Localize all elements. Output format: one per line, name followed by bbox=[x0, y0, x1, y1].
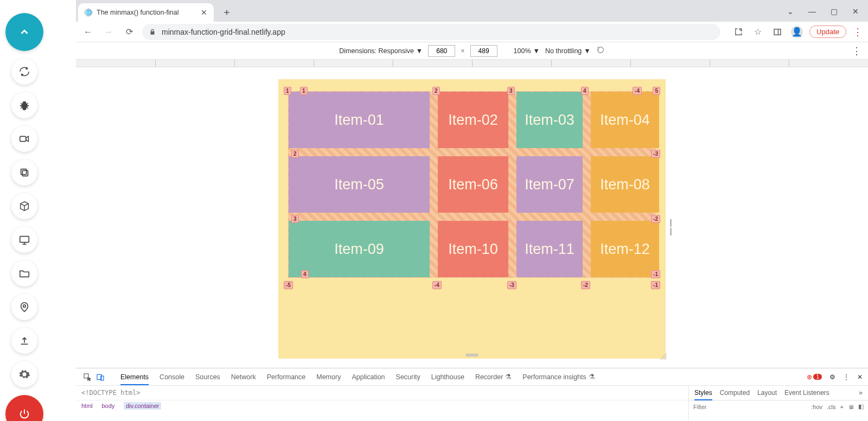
grid-item: Item-04 bbox=[591, 92, 659, 148]
chrome-menu-button[interactable]: ⋮ bbox=[852, 26, 864, 38]
collapse-button[interactable] bbox=[5, 13, 43, 51]
grid-container: 1 1 2 3 4 -4 5 2 3 4 -5 -3 -2 -1 -4 -3 -… bbox=[288, 91, 656, 278]
doctype-line: <!DOCTYPE html> bbox=[76, 386, 688, 400]
power-icon[interactable] bbox=[5, 395, 43, 421]
location-icon[interactable] bbox=[11, 294, 37, 320]
grid-line-badge: 2 bbox=[432, 87, 440, 95]
side-tab-event-listeners[interactable]: Event Listeners bbox=[784, 389, 829, 397]
forward-button[interactable]: → bbox=[101, 24, 116, 40]
dom-tree-panel[interactable]: <!DOCTYPE html> html body div.container bbox=[76, 386, 689, 421]
svg-rect-2 bbox=[21, 169, 27, 175]
devtools-tab-performance[interactable]: Performance bbox=[267, 373, 306, 381]
tab-strip: 🌐 The minmax() function-final ✕ ＋ ⌄ — ▢ … bbox=[76, 0, 868, 22]
grid-item: Item-12 bbox=[591, 221, 659, 277]
bug-icon[interactable] bbox=[11, 92, 37, 118]
url-bar[interactable]: minmax-function-grid-final.netlify.app bbox=[142, 24, 720, 40]
monitor-icon[interactable] bbox=[11, 227, 37, 253]
video-icon[interactable] bbox=[11, 126, 37, 152]
dimensions-dropdown[interactable]: Dimensions: Responsive▼ bbox=[339, 47, 423, 55]
panel-split-icon[interactable]: ◧ bbox=[858, 403, 864, 410]
device-viewport-area: 1 1 2 3 4 -4 5 2 3 4 -5 -3 -2 -1 -4 -3 -… bbox=[76, 67, 868, 359]
svg-rect-5 bbox=[774, 29, 781, 35]
grid-line-badge: -1 bbox=[651, 281, 660, 289]
grid-line-badge: -2 bbox=[581, 281, 590, 289]
hov-toggle[interactable]: :hov bbox=[811, 404, 822, 410]
devtools-tab-memory[interactable]: Memory bbox=[316, 373, 341, 381]
share-icon[interactable] bbox=[731, 25, 745, 39]
grid-item: Item-10 bbox=[438, 221, 508, 277]
viewport-bottom-handle[interactable] bbox=[465, 353, 478, 356]
minimize-button[interactable]: — bbox=[803, 4, 821, 18]
floating-tool-rail bbox=[5, 13, 43, 421]
viewport-resize-handle[interactable] bbox=[670, 219, 674, 235]
devtools-tab-application[interactable]: Application bbox=[352, 373, 385, 381]
beaker-icon: ⚗ bbox=[589, 373, 595, 381]
inspect-element-button[interactable] bbox=[82, 372, 92, 382]
side-tab-styles[interactable]: Styles bbox=[694, 389, 712, 400]
grid-line-badge: 1 bbox=[284, 87, 291, 95]
ruler bbox=[76, 60, 868, 67]
devtools-close-button[interactable]: ✕ bbox=[857, 373, 863, 381]
side-tab-computed[interactable]: Computed bbox=[720, 389, 750, 397]
grid-item: Item-01 bbox=[289, 92, 430, 148]
dimension-separator: × bbox=[461, 47, 464, 55]
profile-button[interactable]: 👤 bbox=[790, 25, 804, 39]
grid-item: Item-03 bbox=[516, 92, 583, 148]
grid-item: Item-08 bbox=[591, 156, 659, 213]
browser-tab[interactable]: 🌐 The minmax() function-final ✕ bbox=[78, 3, 214, 22]
svg-rect-1 bbox=[22, 170, 28, 176]
back-button[interactable]: ← bbox=[80, 24, 95, 40]
grid-line-badge: -2 bbox=[651, 215, 660, 223]
sync-icon[interactable] bbox=[11, 59, 37, 85]
close-window-button[interactable]: ✕ bbox=[846, 4, 865, 18]
maximize-button[interactable]: ▢ bbox=[825, 4, 843, 18]
devtools-tab-recorder[interactable]: Recorder ⚗ bbox=[475, 373, 512, 381]
devtools-tab-security[interactable]: Security bbox=[396, 373, 420, 381]
dom-breadcrumb[interactable]: html body div.container bbox=[76, 400, 688, 412]
device-icon[interactable]: 🖥 bbox=[848, 404, 854, 410]
panel-icon[interactable] bbox=[770, 25, 784, 39]
devtools-tab-sources[interactable]: Sources bbox=[195, 373, 220, 381]
devtools-gear-icon[interactable]: ⚙ bbox=[829, 373, 835, 381]
devtools-tab-perf-insights[interactable]: Performance insights ⚗ bbox=[522, 373, 595, 381]
grid-line-badge: 3 bbox=[507, 87, 515, 95]
devtools-tabstrip: Elements Console Sources Network Perform… bbox=[76, 368, 868, 386]
devtools-kebab-icon[interactable]: ⋮ bbox=[843, 373, 850, 381]
error-counter[interactable]: ⊗1 bbox=[807, 373, 822, 381]
box-icon[interactable] bbox=[11, 193, 37, 219]
zoom-dropdown[interactable]: 100%▼ bbox=[514, 47, 540, 55]
grid-line-badge: 4 bbox=[581, 87, 589, 95]
update-button[interactable]: Update bbox=[809, 25, 846, 38]
new-style-button[interactable]: + bbox=[840, 404, 844, 410]
styles-filter-input[interactable] bbox=[693, 404, 768, 410]
devtools-tab-elements[interactable]: Elements bbox=[120, 373, 149, 385]
viewport-height-input[interactable] bbox=[470, 45, 497, 57]
grid-line-badge: 5 bbox=[653, 87, 660, 95]
throttling-dropdown[interactable]: No throttling▼ bbox=[545, 47, 591, 55]
chevron-down-icon[interactable]: ⌄ bbox=[781, 4, 800, 18]
device-bar-menu[interactable]: ⋮ bbox=[852, 45, 861, 57]
new-tab-button[interactable]: ＋ bbox=[219, 4, 234, 20]
side-tab-layout[interactable]: Layout bbox=[757, 389, 777, 397]
close-tab-button[interactable]: ✕ bbox=[201, 8, 207, 17]
grid-line-badge: -3 bbox=[651, 150, 660, 158]
cls-toggle[interactable]: .cls bbox=[827, 404, 836, 410]
devtools-tab-lighthouse[interactable]: Lighthouse bbox=[431, 373, 464, 381]
devtools-tab-console[interactable]: Console bbox=[159, 373, 184, 381]
grid-line-badge: -3 bbox=[507, 281, 516, 289]
copy-icon[interactable] bbox=[11, 160, 37, 186]
side-tabs-overflow[interactable]: » bbox=[859, 389, 863, 397]
rotate-button[interactable] bbox=[596, 46, 605, 56]
gear-icon[interactable] bbox=[11, 361, 37, 387]
toggle-device-button[interactable] bbox=[95, 372, 105, 382]
upload-icon[interactable] bbox=[11, 328, 37, 354]
reload-button[interactable]: ⟳ bbox=[122, 24, 137, 40]
viewport-width-input[interactable] bbox=[428, 45, 455, 57]
bookmark-icon[interactable]: ☆ bbox=[751, 25, 765, 39]
viewport-corner-handle[interactable] bbox=[659, 352, 667, 360]
svg-rect-0 bbox=[20, 136, 26, 141]
folder-icon[interactable] bbox=[11, 260, 37, 286]
lock-icon bbox=[149, 28, 156, 36]
devtools-device-bar: Dimensions: Responsive▼ × 100%▼ No throt… bbox=[76, 42, 868, 60]
devtools-tab-network[interactable]: Network bbox=[231, 373, 256, 381]
